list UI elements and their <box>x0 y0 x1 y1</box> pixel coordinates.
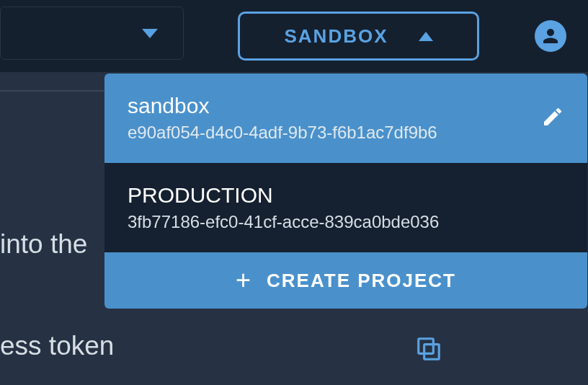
project-text-group: sandbox e90af054-d4c0-4adf-9b73-f6b1ac7d… <box>128 94 437 143</box>
left-dropdown[interactable] <box>0 6 184 60</box>
chevron-up-icon <box>419 32 433 41</box>
svg-rect-0 <box>424 345 440 360</box>
copy-icon[interactable] <box>415 335 442 366</box>
person-icon <box>540 25 561 47</box>
project-item-sandbox[interactable]: sandbox e90af054-d4c0-4adf-9b73-f6b1ac7d… <box>104 74 587 163</box>
project-uuid: e90af054-d4c0-4adf-9b73-f6b1ac7df9b6 <box>128 123 437 143</box>
topbar: SANDBOX <box>0 0 588 72</box>
background-text: ess token <box>0 331 114 361</box>
environment-selector[interactable]: SANDBOX <box>238 12 479 61</box>
divider <box>0 90 104 92</box>
pencil-icon <box>541 105 564 128</box>
plus-icon: + <box>236 267 252 293</box>
create-project-label: CREATE PROJECT <box>267 270 456 292</box>
chevron-down-icon <box>142 29 158 38</box>
environment-label: SANDBOX <box>284 25 388 48</box>
project-name: PRODUCTION <box>128 183 439 208</box>
project-text-group: PRODUCTION 3fb77186-efc0-41cf-acce-839ca… <box>128 183 439 232</box>
project-dropdown-panel: sandbox e90af054-d4c0-4adf-9b73-f6b1ac7d… <box>104 74 587 309</box>
project-uuid: 3fb77186-efc0-41cf-acce-839ca0bde036 <box>128 212 439 232</box>
svg-rect-1 <box>419 339 434 354</box>
project-item-production[interactable]: PRODUCTION 3fb77186-efc0-41cf-acce-839ca… <box>104 163 587 252</box>
project-name: sandbox <box>128 94 437 118</box>
create-project-button[interactable]: + CREATE PROJECT <box>104 252 587 309</box>
background-text: into the <box>0 229 87 260</box>
edit-button[interactable] <box>541 105 564 131</box>
avatar[interactable] <box>535 20 566 52</box>
